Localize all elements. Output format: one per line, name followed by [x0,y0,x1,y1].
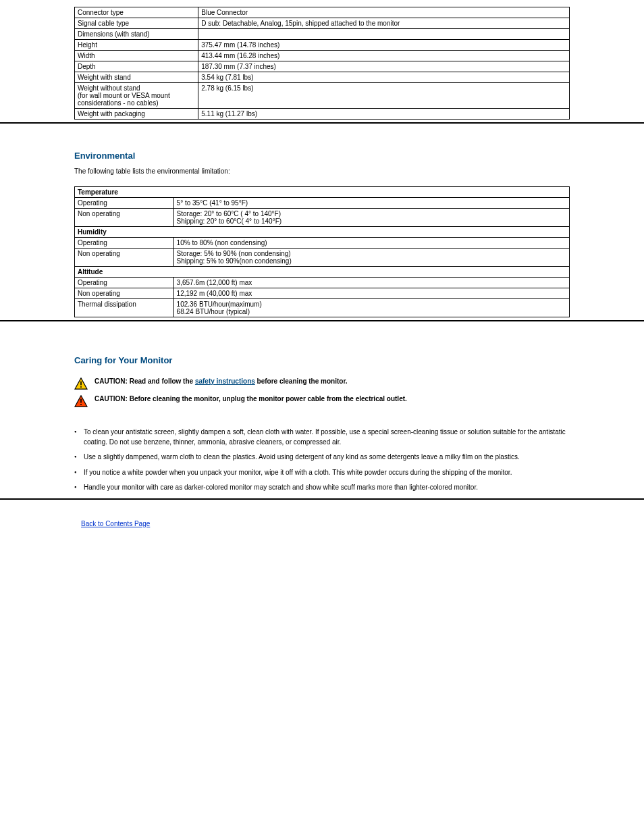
table-cell-key: Non operating [75,209,174,227]
table-cell-key: Dimensions (with stand) [75,29,198,40]
table-cell-value: 5° to 35°C (41° to 95°F) [173,198,569,209]
table-cell-key: Connector type [75,7,198,18]
table-cell-value: 187.30 mm (7.37 inches) [198,61,570,72]
environmental-heading: Environmental [74,151,570,161]
table-cell-key: Non operating [75,249,174,267]
warning-icon [74,377,88,390]
back-to-contents-link[interactable]: Back to Contents Page [81,520,150,527]
table-cell-value: 102.36 BTU/hour(maximum) 68.24 BTU/hour … [173,299,569,317]
table-cell-value: 3.54 kg (7.81 lbs) [198,72,570,83]
physical-table: Connector typeBlue ConnectorSignal cable… [74,7,570,120]
care-bullet-list: To clean your antistatic screen, slightl… [74,425,570,496]
caring-heading: Caring for Your Monitor [74,355,570,365]
table-cell-value: 2.78 kg (6.15 lbs) [198,83,570,109]
table-cell-key: Operating [75,238,174,249]
table-cell-value: Storage: 20° to 60°C ( 4° to 140°F)Shipp… [173,209,569,227]
caution-text-2: CAUTION: Before cleaning the monitor, un… [95,395,407,402]
environmental-intro: The following table lists the environmen… [74,166,570,177]
table-cell-value: Storage: 5% to 90% (non condensing)Shipp… [173,249,569,267]
table-cell-value: 413.44 mm (16.28 inches) [198,51,570,61]
table-cell-value [198,29,570,40]
table-cell-value: 10% to 80% (non condensing) [173,238,569,249]
table-cell-value: D sub: Detachable, Analog, 15pin, shippe… [198,18,570,29]
caution-text-1-pre: CAUTION: Read and follow the [95,377,195,385]
svg-rect-5 [80,404,82,405]
list-item: Handle your monitor with care as darker-… [84,480,570,496]
environmental-table: TemperatureOperating5° to 35°C (41° to 9… [74,186,570,317]
warning-icon [74,395,88,407]
list-item: Use a slightly dampened, warm cloth to c… [84,450,570,465]
safety-instructions-link[interactable]: safety instructions [195,377,255,385]
caution-row-2: CAUTION: Before cleaning the monitor, un… [74,395,570,407]
table-cell-key: Weight with stand [75,72,198,83]
table-cell-key: Depth [75,61,198,72]
table-cell-key: Width [75,51,198,61]
caution-text-1-post: before cleaning the monitor. [255,377,348,385]
table-cell-key: Weight without stand(for wall mount or V… [75,83,198,109]
table-cell-key: Weight with packaging [75,109,198,120]
table-cell-key: Operating [75,278,174,288]
table-cell-key: Height [75,40,198,51]
section-divider-2 [0,320,644,321]
table-cell-key: Signal cable type [75,18,198,29]
svg-rect-2 [80,386,82,388]
caution-row-1: CAUTION: Read and follow the safety inst… [74,377,570,390]
table-cell-key: Non operating [75,288,174,299]
table-cell-value: 375.47 mm (14.78 inches) [198,40,570,51]
table-cell-value: 3,657.6m (12,000 ft) max [173,278,569,288]
table-group-header: Altitude [75,267,570,278]
section-divider-3 [0,498,644,500]
svg-rect-4 [80,399,82,403]
list-item: To clean your antistatic screen, slightl… [84,425,570,450]
table-cell-value: 5.11 kg (11.27 lbs) [198,109,570,120]
table-cell-value: Blue Connector [198,7,570,18]
section-divider [0,122,644,124]
list-item: If you notice a white powder when you un… [84,465,570,481]
table-group-header: Humidity [75,227,570,238]
table-cell-key: Thermal dissipation [75,299,174,317]
svg-rect-1 [80,382,82,386]
table-cell-key: Operating [75,198,174,209]
table-group-header: Temperature [75,187,570,198]
table-cell-value: 12,192 m (40,000 ft) max [173,288,569,299]
